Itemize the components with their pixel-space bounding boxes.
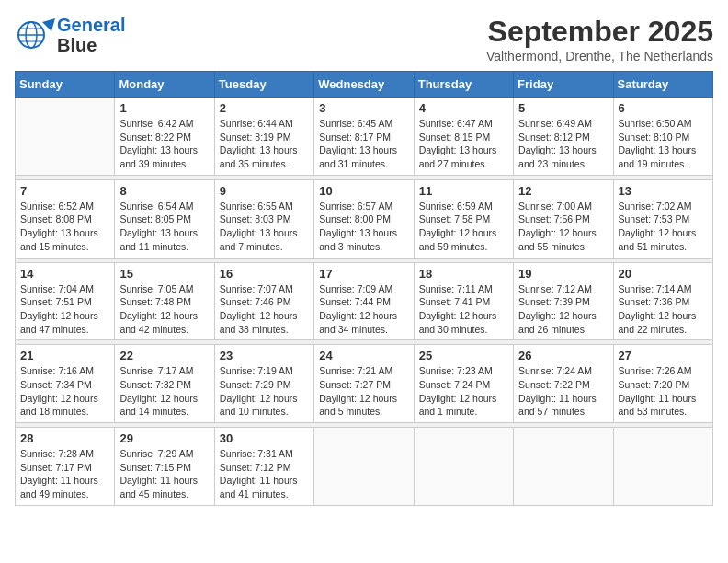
day-info: Sunrise: 7:00 AMSunset: 7:56 PMDaylight:…: [518, 200, 608, 254]
day-info: Sunrise: 6:50 AMSunset: 8:10 PMDaylight:…: [619, 117, 708, 171]
day-info: Sunrise: 6:57 AMSunset: 8:00 PMDaylight:…: [319, 200, 408, 254]
day-number: 28: [20, 431, 109, 445]
calendar-cell: [613, 428, 712, 506]
calendar-cell: 30Sunrise: 7:31 AMSunset: 7:12 PMDayligh…: [214, 428, 313, 506]
day-info: Sunrise: 7:29 AMSunset: 7:15 PMDaylight:…: [119, 447, 209, 501]
day-number: 26: [518, 349, 608, 362]
day-number: 20: [619, 267, 708, 281]
calendar-cell: 17Sunrise: 7:09 AMSunset: 7:44 PMDayligh…: [314, 262, 414, 340]
day-info: Sunrise: 7:12 AMSunset: 7:39 PMDaylight:…: [518, 282, 608, 337]
calendar-cell: [314, 428, 414, 506]
calendar-week-row: 14Sunrise: 7:04 AMSunset: 7:51 PMDayligh…: [16, 262, 713, 340]
day-info: Sunrise: 6:45 AMSunset: 8:17 PMDaylight:…: [319, 117, 408, 171]
logo-general: General: [57, 15, 125, 35]
calendar-cell: [16, 98, 115, 176]
day-info: Sunrise: 7:19 AMSunset: 7:29 PMDaylight:…: [220, 364, 309, 419]
day-info: Sunrise: 6:54 AMSunset: 8:05 PMDaylight:…: [119, 200, 209, 254]
day-number: 7: [20, 184, 109, 198]
day-number: 9: [220, 184, 309, 198]
day-number: 2: [220, 101, 309, 115]
day-info: Sunrise: 7:14 AMSunset: 7:36 PMDaylight:…: [619, 282, 708, 337]
calendar-cell: 20Sunrise: 7:14 AMSunset: 7:36 PMDayligh…: [613, 262, 712, 340]
day-number: 23: [220, 349, 309, 362]
day-number: 14: [20, 267, 109, 281]
day-info: Sunrise: 7:17 AMSunset: 7:32 PMDaylight:…: [119, 364, 209, 419]
day-info: Sunrise: 6:52 AMSunset: 8:08 PMDaylight:…: [20, 200, 109, 254]
calendar-cell: 10Sunrise: 6:57 AMSunset: 8:00 PMDayligh…: [314, 179, 414, 258]
weekday-header: Thursday: [414, 72, 513, 98]
calendar-cell: 15Sunrise: 7:05 AMSunset: 7:48 PMDayligh…: [115, 262, 214, 340]
logo: General Blue: [15, 15, 125, 55]
day-number: 13: [619, 184, 708, 198]
weekday-header: Monday: [115, 72, 214, 98]
day-info: Sunrise: 6:59 AMSunset: 7:58 PMDaylight:…: [419, 200, 508, 254]
day-info: Sunrise: 6:47 AMSunset: 8:15 PMDaylight:…: [419, 117, 508, 171]
day-number: 16: [220, 267, 309, 281]
day-info: Sunrise: 7:23 AMSunset: 7:24 PMDaylight:…: [419, 364, 508, 419]
calendar-cell: 26Sunrise: 7:24 AMSunset: 7:22 PMDayligh…: [514, 345, 613, 423]
calendar-cell: 3Sunrise: 6:45 AMSunset: 8:17 PMDaylight…: [314, 98, 414, 176]
logo-icon: [15, 18, 55, 52]
day-number: 30: [220, 431, 309, 445]
weekday-header: Saturday: [613, 72, 712, 98]
day-info: Sunrise: 7:16 AMSunset: 7:34 PMDaylight:…: [20, 364, 109, 419]
calendar-week-row: 7Sunrise: 6:52 AMSunset: 8:08 PMDaylight…: [16, 179, 713, 258]
day-number: 24: [319, 349, 408, 362]
day-info: Sunrise: 6:44 AMSunset: 8:19 PMDaylight:…: [220, 117, 309, 171]
day-number: 11: [419, 184, 508, 198]
day-info: Sunrise: 6:55 AMSunset: 8:03 PMDaylight:…: [220, 200, 309, 254]
day-info: Sunrise: 7:04 AMSunset: 7:51 PMDaylight:…: [20, 282, 109, 337]
calendar-cell: 8Sunrise: 6:54 AMSunset: 8:05 PMDaylight…: [115, 179, 214, 258]
calendar-cell: 13Sunrise: 7:02 AMSunset: 7:53 PMDayligh…: [613, 179, 712, 258]
calendar-cell: 12Sunrise: 7:00 AMSunset: 7:56 PMDayligh…: [514, 179, 613, 258]
calendar-cell: 18Sunrise: 7:11 AMSunset: 7:41 PMDayligh…: [414, 262, 513, 340]
day-number: 12: [518, 184, 608, 198]
location-subtitle: Valthermond, Drenthe, The Netherlands: [486, 49, 713, 63]
calendar-cell: 4Sunrise: 6:47 AMSunset: 8:15 PMDaylight…: [414, 98, 513, 176]
title-block: September 2025 Valthermond, Drenthe, The…: [486, 15, 713, 63]
day-number: 22: [119, 349, 209, 362]
calendar-cell: 19Sunrise: 7:12 AMSunset: 7:39 PMDayligh…: [514, 262, 613, 340]
calendar-week-row: 1Sunrise: 6:42 AMSunset: 8:22 PMDaylight…: [16, 98, 713, 176]
day-number: 8: [119, 184, 209, 198]
calendar-week-row: 21Sunrise: 7:16 AMSunset: 7:34 PMDayligh…: [16, 345, 713, 423]
calendar-cell: 9Sunrise: 6:55 AMSunset: 8:03 PMDaylight…: [214, 179, 313, 258]
calendar-cell: 11Sunrise: 6:59 AMSunset: 7:58 PMDayligh…: [414, 179, 513, 258]
day-info: Sunrise: 6:42 AMSunset: 8:22 PMDaylight:…: [119, 117, 209, 171]
day-info: Sunrise: 7:31 AMSunset: 7:12 PMDaylight:…: [220, 447, 309, 501]
logo-blue: Blue: [57, 35, 125, 55]
calendar-cell: 6Sunrise: 6:50 AMSunset: 8:10 PMDaylight…: [613, 98, 712, 176]
day-number: 17: [319, 267, 408, 281]
day-info: Sunrise: 7:09 AMSunset: 7:44 PMDaylight:…: [319, 282, 408, 337]
calendar-cell: 1Sunrise: 6:42 AMSunset: 8:22 PMDaylight…: [115, 98, 214, 176]
day-info: Sunrise: 7:11 AMSunset: 7:41 PMDaylight:…: [419, 282, 508, 337]
day-number: 4: [419, 101, 508, 115]
day-number: 25: [419, 349, 508, 362]
calendar-cell: 28Sunrise: 7:28 AMSunset: 7:17 PMDayligh…: [16, 428, 115, 506]
day-number: 3: [319, 101, 408, 115]
day-info: Sunrise: 7:26 AMSunset: 7:20 PMDaylight:…: [619, 364, 708, 419]
weekday-header: Sunday: [16, 72, 115, 98]
day-number: 10: [319, 184, 408, 198]
calendar-cell: 21Sunrise: 7:16 AMSunset: 7:34 PMDayligh…: [16, 345, 115, 423]
day-number: 29: [119, 431, 209, 445]
calendar-header-row: SundayMondayTuesdayWednesdayThursdayFrid…: [16, 72, 713, 98]
day-number: 1: [119, 101, 209, 115]
weekday-header: Friday: [514, 72, 613, 98]
calendar-cell: 23Sunrise: 7:19 AMSunset: 7:29 PMDayligh…: [214, 345, 313, 423]
day-info: Sunrise: 7:21 AMSunset: 7:27 PMDaylight:…: [319, 364, 408, 419]
day-info: Sunrise: 7:02 AMSunset: 7:53 PMDaylight:…: [619, 200, 708, 254]
day-number: 6: [619, 101, 708, 115]
calendar-cell: 14Sunrise: 7:04 AMSunset: 7:51 PMDayligh…: [16, 262, 115, 340]
weekday-header: Tuesday: [214, 72, 313, 98]
day-info: Sunrise: 6:49 AMSunset: 8:12 PMDaylight:…: [518, 117, 608, 171]
calendar-cell: 24Sunrise: 7:21 AMSunset: 7:27 PMDayligh…: [314, 345, 414, 423]
calendar-cell: 25Sunrise: 7:23 AMSunset: 7:24 PMDayligh…: [414, 345, 513, 423]
calendar-cell: 7Sunrise: 6:52 AMSunset: 8:08 PMDaylight…: [16, 179, 115, 258]
calendar-cell: [514, 428, 613, 506]
day-number: 15: [119, 267, 209, 281]
day-info: Sunrise: 7:05 AMSunset: 7:48 PMDaylight:…: [119, 282, 209, 337]
day-info: Sunrise: 7:28 AMSunset: 7:17 PMDaylight:…: [20, 447, 109, 501]
day-number: 19: [518, 267, 608, 281]
calendar-cell: 16Sunrise: 7:07 AMSunset: 7:46 PMDayligh…: [214, 262, 313, 340]
